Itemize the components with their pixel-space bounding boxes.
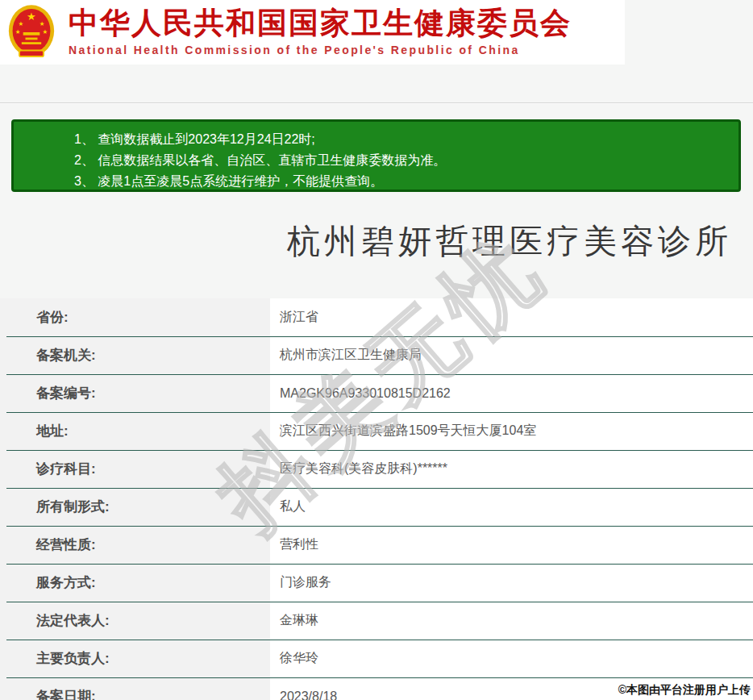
attribution-note: ©本图由平台注册用户上传 [618, 683, 751, 698]
table-row: 备案编号: MA2GK96A933010815D2162 [0, 374, 753, 412]
notice-box: 1、 查询数据截止到2023年12月24日22时;2、 信息数据结果以各省、自治… [11, 119, 741, 192]
table-row: 服务方式: 门诊服务 [0, 564, 753, 602]
row-label: 诊疗科目: [0, 450, 270, 488]
svg-text:★: ★ [40, 20, 45, 27]
site-header: ★ ★ ★ ★ ★ 中华人民共和国国家卫生健康委员会 National Heal… [0, 0, 625, 65]
table-row: 经营性质: 营利性 [0, 526, 753, 564]
header-titles: 中华人民共和国国家卫生健康委员会 National Health Commiss… [69, 8, 572, 56]
row-label: 所有制形式: [0, 488, 270, 526]
site-title-cn: 中华人民共和国国家卫生健康委员会 [69, 8, 572, 40]
row-value: MA2GK96A933010815D2162 [270, 374, 753, 412]
notice-item: 2、 信息数据结果以各省、自治区、直辖市卫生健康委数据为准。 [74, 150, 730, 171]
row-label: 地址: [0, 412, 270, 450]
row-label: 主要负责人: [0, 640, 270, 677]
row-value: 营利性 [270, 526, 753, 564]
details-table: 省份: 浙江省 备案机关: 杭州市滨江区卫生健康局 备案编号: MA2GK96A… [0, 298, 753, 700]
row-value: 滨江区西兴街道滨盛路1509号天恒大厦104室 [270, 412, 753, 450]
row-label: 经营性质: [0, 526, 270, 564]
header-divider [0, 102, 753, 104]
table-row: 主要负责人: 徐华玲 [0, 640, 753, 677]
notice-item: 3、 凌晨1点至凌晨5点系统进行维护，不能提供查询。 [74, 171, 730, 192]
row-value: 徐华玲 [270, 640, 753, 677]
table-row: 省份: 浙江省 [0, 298, 753, 336]
row-value: 医疗美容科(美容皮肤科)****** [270, 450, 753, 488]
row-label: 服务方式: [0, 564, 270, 602]
svg-text:★: ★ [19, 20, 24, 27]
svg-text:★: ★ [27, 10, 36, 23]
institution-name-title: 杭州碧妍哲理医疗美容诊所 [287, 219, 732, 264]
row-label: 法定代表人: [0, 602, 270, 640]
table-row: 所有制形式: 私人 [0, 488, 753, 526]
row-label: 备案日期: [0, 677, 270, 700]
row-value: 门诊服务 [270, 564, 753, 602]
table-row: 备案机关: 杭州市滨江区卫生健康局 [0, 336, 753, 374]
row-label: 备案编号: [0, 374, 270, 412]
table-row: 法定代表人: 金琳琳 [0, 602, 753, 640]
svg-text:★: ★ [43, 28, 48, 35]
table-row: 地址: 滨江区西兴街道滨盛路1509号天恒大厦104室 [0, 412, 753, 450]
row-value: 杭州市滨江区卫生健康局 [270, 336, 753, 374]
row-value: 浙江省 [270, 298, 753, 336]
svg-text:★: ★ [15, 28, 21, 35]
notice-list: 1、 查询数据截止到2023年12月24日22时;2、 信息数据结果以各省、自治… [74, 129, 730, 192]
notice-item: 1、 查询数据截止到2023年12月24日22时; [74, 129, 730, 150]
row-value: 金琳琳 [270, 602, 753, 640]
national-emblem-icon: ★ ★ ★ ★ ★ [7, 3, 56, 61]
site-title-en: National Health Commission of the People… [69, 44, 572, 56]
row-label: 省份: [0, 298, 270, 336]
table-row: 诊疗科目: 医疗美容科(美容皮肤科)****** [0, 450, 753, 488]
row-value: 私人 [270, 488, 753, 526]
row-label: 备案机关: [0, 336, 270, 374]
